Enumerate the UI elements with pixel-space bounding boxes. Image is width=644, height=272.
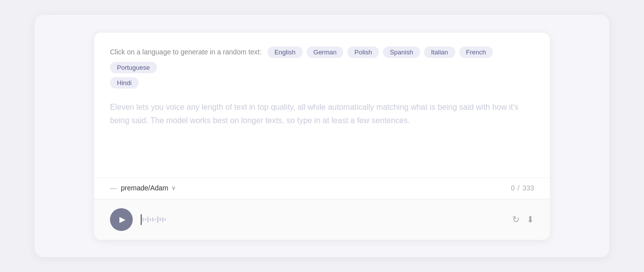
char-max: 333 [523,184,534,192]
card-top: Click on a language to generate in a ran… [94,33,550,89]
download-icon[interactable]: ⬇ [527,214,534,225]
lang-badge-english[interactable]: English [268,46,303,58]
waveform [140,213,505,227]
waveform-bar [155,219,156,221]
char-current: 0 [511,184,515,192]
play-icon: ▶ [119,215,125,224]
waveform-bar [157,216,159,223]
bottom-bar: — premade/Adam ∨ 0 / 333 [94,178,550,199]
waveform-bar [147,217,149,223]
waveform-bar [145,218,146,221]
text-area-section[interactable]: Eleven lets you voice any length of text… [94,89,550,178]
waveform-bar [152,217,154,222]
regenerate-icon[interactable]: ↻ [512,214,520,225]
language-row: Click on a language to generate in a ran… [110,46,534,73]
main-card: Click on a language to generate in a ran… [94,33,550,240]
outer-wrapper: Click on a language to generate in a ran… [35,15,609,257]
waveform-bar [150,218,151,221]
voice-selector[interactable]: — premade/Adam ∨ [110,184,176,192]
language-row-2: Hindi [110,76,534,89]
voice-name: premade/Adam [121,184,168,192]
text-placeholder: Eleven lets you voice any length of text… [110,100,534,127]
char-slash: / [518,184,520,192]
lang-badge-french[interactable]: French [459,46,493,58]
player-section: ▶ ↻ ⬇ [94,199,550,240]
language-prompt: Click on a language to generate in a ran… [110,48,262,56]
waveform-bar [162,217,163,222]
play-button[interactable]: ▶ [110,208,133,231]
lang-badge-spanish[interactable]: Spanish [383,46,420,58]
lang-badge-polish[interactable]: Polish [347,46,378,58]
waveform-cursor [141,214,142,225]
chevron-down-icon: ∨ [171,184,176,191]
waveform-bar [142,218,144,222]
voice-dash: — [110,184,117,192]
lang-badge-hindi[interactable]: Hindi [110,77,139,89]
lang-badge-italian[interactable]: Italian [424,46,455,58]
waveform-bar [164,218,166,221]
player-actions: ↻ ⬇ [512,214,534,225]
char-count: 0 / 333 [511,184,534,192]
waveform-bar [160,218,161,221]
lang-badge-portuguese[interactable]: Portuguese [110,62,157,73]
lang-badge-german[interactable]: German [307,46,344,58]
